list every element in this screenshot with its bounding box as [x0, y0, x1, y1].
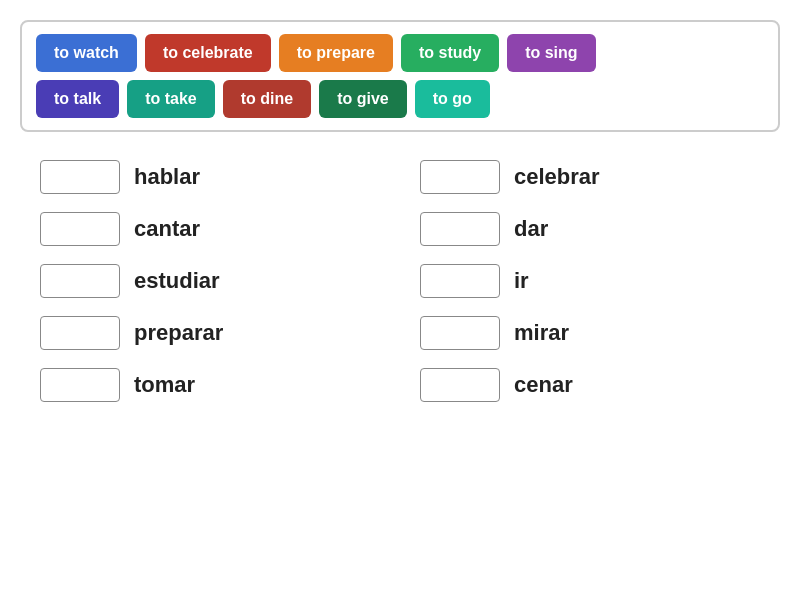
match-item-preparar: preparar [40, 316, 380, 350]
match-grid: hablarcelebrarcantardarestudiarirprepara… [20, 160, 780, 402]
match-item-tomar: tomar [40, 368, 380, 402]
match-label-mirar: mirar [514, 320, 569, 346]
match-item-dar: dar [420, 212, 760, 246]
match-box-estudiar[interactable] [40, 264, 120, 298]
match-label-ir: ir [514, 268, 529, 294]
match-label-tomar: tomar [134, 372, 195, 398]
match-label-estudiar: estudiar [134, 268, 220, 294]
match-label-hablar: hablar [134, 164, 200, 190]
match-item-ir: ir [420, 264, 760, 298]
match-item-estudiar: estudiar [40, 264, 380, 298]
match-box-hablar[interactable] [40, 160, 120, 194]
match-box-cenar[interactable] [420, 368, 500, 402]
chip-to-go[interactable]: to go [415, 80, 490, 118]
match-box-preparar[interactable] [40, 316, 120, 350]
match-item-celebrar: celebrar [420, 160, 760, 194]
match-box-tomar[interactable] [40, 368, 120, 402]
chip-to-take[interactable]: to take [127, 80, 215, 118]
chip-to-watch[interactable]: to watch [36, 34, 137, 72]
match-box-dar[interactable] [420, 212, 500, 246]
match-label-preparar: preparar [134, 320, 223, 346]
chip-to-study[interactable]: to study [401, 34, 499, 72]
chip-to-give[interactable]: to give [319, 80, 407, 118]
chip-to-prepare[interactable]: to prepare [279, 34, 393, 72]
match-item-cantar: cantar [40, 212, 380, 246]
match-box-ir[interactable] [420, 264, 500, 298]
chip-to-sing[interactable]: to sing [507, 34, 595, 72]
word-bank: to watchto celebrateto prepareto studyto… [20, 20, 780, 132]
match-box-celebrar[interactable] [420, 160, 500, 194]
match-item-hablar: hablar [40, 160, 380, 194]
chip-to-dine[interactable]: to dine [223, 80, 311, 118]
match-box-cantar[interactable] [40, 212, 120, 246]
match-item-mirar: mirar [420, 316, 760, 350]
match-box-mirar[interactable] [420, 316, 500, 350]
match-item-cenar: cenar [420, 368, 760, 402]
match-label-dar: dar [514, 216, 548, 242]
word-bank-row-2: to talkto taketo dineto giveto go [36, 80, 764, 118]
match-label-cenar: cenar [514, 372, 573, 398]
match-label-cantar: cantar [134, 216, 200, 242]
word-bank-row-1: to watchto celebrateto prepareto studyto… [36, 34, 764, 72]
chip-to-celebrate[interactable]: to celebrate [145, 34, 271, 72]
chip-to-talk[interactable]: to talk [36, 80, 119, 118]
match-label-celebrar: celebrar [514, 164, 600, 190]
